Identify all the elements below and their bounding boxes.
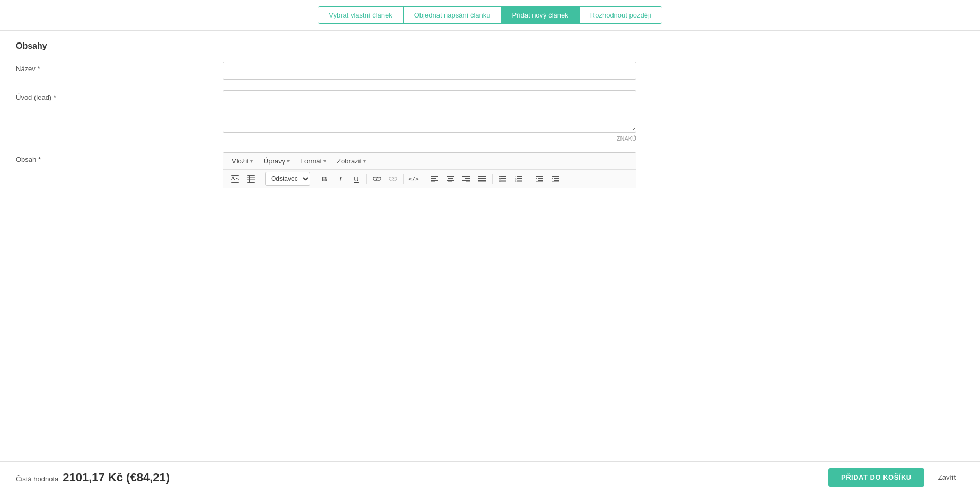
- underline-icon: U: [354, 175, 358, 183]
- toolbar-image-button[interactable]: [228, 172, 242, 186]
- toolbar-outdent-button[interactable]: [532, 172, 547, 186]
- upravy-chevron-icon: ▾: [287, 158, 290, 164]
- tab-rozhodnout[interactable]: Rozhodnout později: [580, 7, 662, 23]
- editor-menubar: Vložit ▾ Úpravy ▾ Formát ▾ Zobrazit ▾: [223, 153, 636, 170]
- source-icon: </>: [408, 176, 419, 183]
- toolbar-ul-button[interactable]: [495, 172, 510, 186]
- menu-zobrazit-label: Zobrazit: [337, 157, 362, 165]
- menu-format-label: Formát: [300, 157, 322, 165]
- svg-point-1: [232, 177, 234, 178]
- toolbar-bold-button[interactable]: B: [317, 172, 332, 186]
- editor-toolbar: Odstavec B I U: [223, 170, 636, 188]
- price-label: Čistá hodnota: [16, 475, 58, 483]
- toolbar-sep-7: [529, 174, 529, 184]
- svg-rect-24: [501, 176, 506, 177]
- close-button[interactable]: Zavřít: [930, 468, 964, 487]
- svg-rect-17: [462, 180, 470, 181]
- bottom-actions: PŘIDAT DO KOŠÍKU Zavřít: [828, 468, 964, 487]
- price-value: 2101,17 Kč (€84,21): [63, 471, 170, 485]
- svg-rect-26: [501, 178, 506, 179]
- svg-rect-16: [465, 178, 470, 179]
- toolbar-sep-4: [403, 174, 404, 184]
- svg-rect-8: [431, 178, 436, 179]
- italic-icon: I: [339, 175, 342, 183]
- menu-upravy[interactable]: Úpravy ▾: [259, 155, 294, 167]
- svg-marker-39: [536, 178, 537, 180]
- top-tab-bar: Vybrat vlastní článek Objednat napsání č…: [0, 0, 980, 31]
- uvod-label: Úvod (lead) *: [16, 90, 223, 101]
- toolbar-align-right-button[interactable]: [459, 172, 474, 186]
- svg-rect-22: [478, 182, 486, 183]
- menu-upravy-label: Úpravy: [264, 157, 285, 165]
- add-to-cart-button[interactable]: PŘIDAT DO KOŠÍKU: [828, 468, 924, 487]
- uvod-field: ZNAKŮ: [223, 90, 673, 142]
- svg-rect-37: [538, 180, 543, 181]
- format-chevron-icon: ▾: [323, 158, 326, 164]
- toolbar-align-left-button[interactable]: [427, 172, 442, 186]
- toolbar-sep-2: [314, 174, 314, 184]
- nazev-row: Název *: [16, 62, 673, 80]
- obsah-field: Vložit ▾ Úpravy ▾ Formát ▾ Zobrazit ▾: [223, 152, 673, 385]
- svg-rect-18: [466, 182, 470, 183]
- price-info: Čistá hodnota 2101,17 Kč (€84,21): [16, 471, 170, 485]
- menu-zobrazit[interactable]: Zobrazit ▾: [332, 155, 370, 167]
- svg-rect-38: [536, 182, 543, 183]
- editor-content-area[interactable]: [223, 188, 636, 385]
- toolbar-sep-5: [424, 174, 424, 184]
- toolbar-table-button[interactable]: [243, 172, 258, 186]
- toolbar-unlink-button[interactable]: [386, 172, 400, 186]
- svg-rect-15: [462, 176, 470, 177]
- toolbar-indent-button[interactable]: [548, 172, 563, 186]
- uvod-row: Úvod (lead) * ZNAKŮ: [16, 90, 673, 142]
- nazev-input[interactable]: [223, 62, 636, 80]
- zobrazit-chevron-icon: ▾: [363, 158, 366, 164]
- svg-rect-36: [538, 178, 543, 179]
- svg-rect-32: [517, 178, 522, 179]
- toolbar-sep-3: [366, 174, 367, 184]
- svg-rect-20: [478, 178, 486, 179]
- toolbar-italic-button[interactable]: I: [333, 172, 348, 186]
- main-content: Obsahy Název * Úvod (lead) * ZNAKŮ Obsah…: [0, 31, 689, 406]
- svg-rect-40: [552, 176, 559, 177]
- tab-vybrat[interactable]: Vybrat vlastní článek: [318, 7, 403, 23]
- menu-vlozit[interactable]: Vložit ▾: [228, 155, 257, 167]
- nazev-field: [223, 62, 673, 80]
- svg-marker-44: [552, 178, 553, 180]
- svg-text:1.: 1.: [515, 176, 517, 178]
- char-count-uvod: ZNAKŮ: [223, 135, 636, 142]
- svg-rect-12: [448, 178, 453, 179]
- toolbar-ol-button[interactable]: 1. 2. 3.: [511, 172, 526, 186]
- bold-icon: B: [322, 175, 327, 183]
- svg-rect-42: [554, 180, 559, 181]
- svg-point-27: [499, 180, 501, 182]
- toolbar-link-button[interactable]: [370, 172, 384, 186]
- toolbar-align-justify-button[interactable]: [475, 172, 489, 186]
- svg-rect-19: [478, 176, 486, 177]
- svg-point-23: [499, 176, 501, 177]
- svg-text:3.: 3.: [515, 180, 517, 182]
- tab-objednat[interactable]: Objednat napsání článku: [404, 7, 502, 23]
- svg-rect-28: [501, 181, 506, 182]
- uvod-textarea[interactable]: [223, 90, 636, 133]
- svg-rect-41: [554, 178, 559, 179]
- toolbar-underline-button[interactable]: U: [349, 172, 364, 186]
- svg-rect-35: [536, 176, 543, 177]
- toolbar-align-center-button[interactable]: [443, 172, 458, 186]
- svg-rect-2: [247, 176, 255, 183]
- toolbar-source-button[interactable]: </>: [406, 172, 421, 186]
- svg-rect-34: [517, 181, 522, 182]
- svg-rect-10: [431, 182, 435, 183]
- bottom-bar: Čistá hodnota 2101,17 Kč (€84,21) PŘIDAT…: [0, 461, 980, 493]
- obsah-label: Obsah *: [16, 152, 223, 163]
- menu-vlozit-label: Vložit: [232, 157, 249, 165]
- obsah-row: Obsah * Vložit ▾ Úpravy ▾ Formát ▾: [16, 152, 673, 385]
- svg-text:2.: 2.: [515, 178, 517, 180]
- tab-pridat[interactable]: Přidat nový článek: [502, 7, 580, 23]
- nazev-label: Název *: [16, 62, 223, 73]
- svg-rect-14: [448, 182, 452, 183]
- menu-format[interactable]: Formát ▾: [296, 155, 330, 167]
- rich-text-editor: Vložit ▾ Úpravy ▾ Formát ▾ Zobrazit ▾: [223, 152, 636, 385]
- toolbar-sep-6: [492, 174, 493, 184]
- paragraph-style-select[interactable]: Odstavec: [265, 172, 310, 186]
- svg-point-25: [499, 178, 501, 180]
